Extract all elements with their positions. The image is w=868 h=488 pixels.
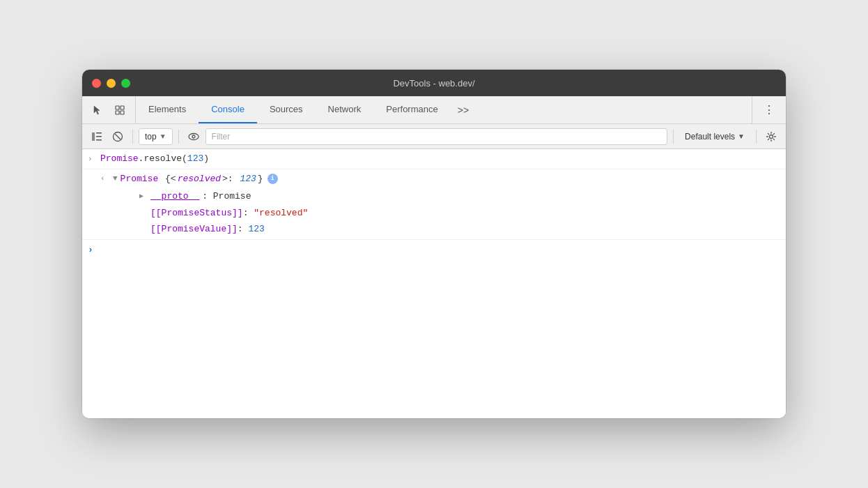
tab-network[interactable]: Network: [316, 96, 374, 123]
tabs: Elements Console Sources Network Perform…: [136, 96, 752, 123]
layers-icon[interactable]: [110, 100, 130, 120]
promise-status-row: [[PromiseStatus]]: "resolved": [125, 205, 780, 222]
context-dropdown-arrow: ▼: [160, 132, 166, 140]
titlebar: DevTools - web.dev/: [82, 70, 786, 96]
proto-key[interactable]: __proto__: [150, 190, 199, 204]
sidebar-toggle-button[interactable]: [88, 128, 106, 146]
input-arrow: ›: [88, 153, 93, 165]
clear-console-button[interactable]: [109, 128, 127, 146]
maximize-button[interactable]: [121, 79, 130, 88]
input-chevron-icon: ›: [88, 243, 93, 257]
console-output: › Promise.resolve(123) ‹ ▼ Promise {<res…: [82, 149, 786, 418]
console-toolbar: top ▼ Default levels ▼: [82, 124, 786, 149]
svg-rect-5: [96, 132, 102, 134]
svg-rect-0: [116, 106, 119, 109]
toolbar-divider-1: [132, 130, 133, 144]
console-entry-input: › Promise.resolve(123): [82, 149, 786, 169]
tabbar: Elements Console Sources Network Perform…: [82, 96, 786, 124]
console-input-line[interactable]: ›: [82, 240, 786, 261]
resolved-value: 123: [240, 172, 256, 186]
window-title: DevTools - web.dev/: [393, 78, 474, 89]
svg-rect-6: [96, 136, 102, 137]
traffic-lights: [92, 79, 130, 88]
svg-line-9: [115, 134, 121, 139]
eye-button[interactable]: [185, 128, 203, 146]
promise-value-key: [[PromiseValue]]: [150, 224, 238, 234]
svg-point-10: [189, 133, 199, 139]
tab-elements[interactable]: Elements: [136, 96, 199, 123]
proto-row: ▶ __proto__: Promise: [125, 188, 780, 205]
promise-constructor: Promise: [100, 153, 139, 164]
object-children: ▶ __proto__: Promise [[PromiseStatus]]: …: [100, 188, 780, 239]
tab-sources[interactable]: Sources: [257, 96, 316, 123]
minimize-button[interactable]: [107, 79, 116, 88]
filter-input[interactable]: [206, 128, 667, 145]
svg-rect-3: [121, 111, 124, 114]
toolbar-divider-4: [756, 130, 757, 144]
svg-rect-1: [121, 106, 124, 109]
close-button[interactable]: [92, 79, 101, 88]
context-label: top: [145, 132, 157, 142]
svg-rect-2: [116, 111, 119, 114]
resolved-key: resolved: [178, 172, 221, 186]
console-input[interactable]: [100, 245, 780, 256]
promise-status-key: [[PromiseStatus]]: [150, 208, 243, 218]
context-selector[interactable]: top ▼: [139, 128, 173, 145]
levels-dropdown[interactable]: Default levels ▼: [679, 130, 750, 143]
promise-value-row: [[PromiseValue]]: 123: [125, 221, 780, 239]
console-input-text: Promise.resolve(123): [100, 152, 780, 166]
tab-performance[interactable]: Performance: [373, 96, 450, 123]
levels-arrow-icon: ▼: [738, 132, 745, 140]
svg-point-11: [192, 135, 195, 138]
promise-value-num: 123: [248, 224, 264, 234]
promise-status-value: "resolved": [254, 208, 308, 218]
tabbar-left-icons: [82, 96, 136, 123]
settings-button[interactable]: [762, 128, 780, 146]
more-tabs-button[interactable]: >>: [451, 96, 476, 123]
object-summary: Promise {<resolved>: 123} i: [121, 172, 278, 186]
expand-toggle[interactable]: ▼: [113, 173, 118, 185]
promise-label: Promise: [121, 172, 159, 186]
toolbar-divider-3: [673, 130, 674, 144]
console-entry-output: ‹ ▼ Promise {<resolved>: 123} i ▶ __prot…: [82, 169, 786, 240]
levels-label: Default levels: [685, 132, 735, 142]
devtools-window: DevTools - web.dev/ Elements: [82, 70, 786, 418]
svg-rect-7: [96, 139, 102, 141]
proto-arrow[interactable]: ▶: [139, 191, 144, 201]
tabbar-menu: ⋮: [752, 96, 786, 123]
svg-rect-4: [92, 132, 95, 141]
tab-console[interactable]: Console: [199, 96, 257, 123]
output-back-arrow: ‹: [100, 173, 105, 185]
info-badge[interactable]: i: [268, 174, 278, 184]
more-menu-icon[interactable]: ⋮: [759, 100, 779, 120]
cursor-icon[interactable]: [88, 100, 107, 120]
svg-point-12: [770, 135, 773, 138]
toolbar-divider-2: [178, 130, 179, 144]
